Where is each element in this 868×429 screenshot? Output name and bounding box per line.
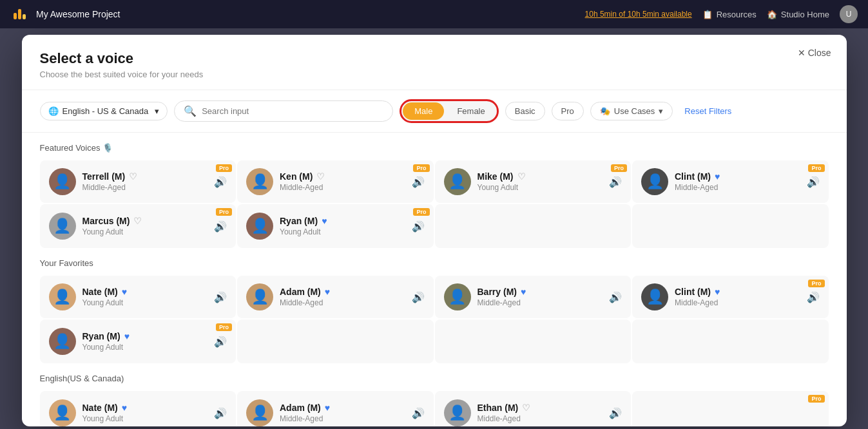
search-box[interactable]: 🔍 — [174, 100, 393, 122]
voice-grid-favorites: 👤Nate (M)♥Young Adult🔊👤Adam (M)♥Middle-A… — [40, 276, 829, 363]
resources-button[interactable]: 📋 Resources — [702, 10, 757, 19]
voice-card[interactable]: 👤Adam (M)♥Middle-Aged🔊 — [237, 276, 434, 318]
play-icon[interactable]: 🔊 — [412, 407, 425, 419]
voice-name: Clint (M)♥ — [675, 171, 800, 182]
voice-name: Ryan (M)♥ — [280, 216, 405, 226]
reset-filters-button[interactable]: Reset Filters — [684, 106, 731, 116]
search-input[interactable] — [202, 106, 383, 116]
modal-header: Select a voice Choose the best suited vo… — [22, 35, 847, 90]
play-icon[interactable]: 🔊 — [412, 291, 425, 303]
favorite-heart-icon[interactable]: ♡ — [517, 171, 526, 182]
favorite-heart-icon[interactable]: ♥ — [122, 403, 127, 413]
favorite-heart-icon[interactable]: ♥ — [325, 403, 330, 413]
voice-age: Young Adult — [82, 298, 208, 307]
voice-card[interactable]: 👤Adam (M)♥Middle-Aged🔊 — [237, 391, 434, 426]
voice-age: Middle-Aged — [675, 298, 800, 307]
voice-name: Adam (M)♥ — [280, 403, 405, 413]
tier-basic-button[interactable]: Basic — [505, 102, 545, 120]
voice-name: Clint (M)♥ — [675, 287, 800, 297]
voice-card[interactable]: 👤Ken (M)♡Middle-Aged🔊Pro — [237, 160, 434, 203]
section-title-featured: Featured Voices 🎙️ — [40, 143, 829, 153]
voice-card[interactable]: 👤Clint (M)♥Middle-Aged🔊Pro — [632, 160, 829, 203]
voice-avatar: 👤 — [444, 399, 471, 426]
pro-badge: Pro — [413, 164, 429, 172]
play-icon[interactable]: 🔊 — [609, 407, 622, 419]
play-icon[interactable]: 🔊 — [214, 220, 227, 233]
use-cases-button[interactable]: 🎭 Use Cases ▾ — [590, 102, 673, 120]
play-icon[interactable]: 🔊 — [807, 176, 820, 188]
favorite-heart-icon[interactable]: ♡ — [522, 403, 530, 413]
favorite-heart-icon[interactable]: ♡ — [129, 171, 137, 182]
voice-card[interactable]: Pro — [632, 391, 829, 426]
close-icon: ✕ — [798, 48, 805, 58]
voice-card[interactable]: 👤Ryan (M)♥Young Adult🔊Pro — [40, 319, 236, 363]
gender-female-button[interactable]: Female — [445, 102, 496, 120]
project-title: My Awesome Project — [36, 9, 577, 19]
favorite-heart-icon[interactable]: ♥ — [715, 171, 720, 182]
voice-card[interactable]: 👤Barry (M)♥Middle-Aged🔊 — [435, 276, 632, 318]
time-available[interactable]: 10h 5min of 10h 5min available — [585, 10, 692, 19]
voice-avatar: 👤 — [49, 328, 76, 355]
modal-title: Select a voice — [40, 50, 829, 67]
voice-card[interactable] — [435, 204, 632, 248]
modal-close-button[interactable]: ✕ Close — [798, 48, 831, 58]
voice-info: Clint (M)♥Middle-Aged — [675, 287, 800, 307]
play-icon[interactable]: 🔊 — [214, 407, 227, 419]
play-icon[interactable]: 🔊 — [609, 291, 622, 303]
voice-avatar: 👤 — [641, 168, 668, 195]
topbar-right: 10h 5min of 10h 5min available 📋 Resourc… — [585, 5, 858, 23]
voice-card[interactable] — [632, 319, 829, 363]
gender-male-button[interactable]: Male — [403, 102, 444, 120]
favorite-heart-icon[interactable]: ♡ — [316, 171, 325, 182]
voice-card[interactable]: 👤Terrell (M)♡Middle-Aged🔊Pro — [40, 160, 236, 203]
language-filter[interactable]: 🌐 English - US & Canada ▾ — [40, 102, 168, 120]
voice-age: Young Adult — [82, 414, 208, 423]
voice-age: Young Adult — [82, 227, 208, 236]
voice-age: Middle-Aged — [280, 414, 405, 423]
play-icon[interactable]: 🔊 — [412, 176, 425, 188]
voice-card[interactable]: 👤Ryan (M)♥Young Adult🔊Pro — [237, 204, 434, 248]
favorite-heart-icon[interactable]: ♥ — [124, 331, 130, 341]
use-cases-chevron-icon: ▾ — [659, 106, 663, 116]
pro-badge: Pro — [216, 164, 232, 172]
voice-avatar: 👤 — [246, 283, 273, 310]
voice-avatar: 👤 — [641, 283, 668, 310]
voice-age: Middle-Aged — [280, 298, 405, 307]
voice-card[interactable]: 👤Nate (M)♥Young Adult🔊 — [40, 276, 236, 318]
play-icon[interactable]: 🔊 — [807, 291, 820, 303]
voice-avatar: 👤 — [49, 213, 76, 240]
studio-home-button[interactable]: 🏠 Studio Home — [767, 10, 829, 19]
voice-card[interactable]: 👤Ethan (M)♡Middle-Aged🔊 — [435, 391, 632, 426]
voice-card[interactable] — [237, 319, 434, 363]
voice-info: Ryan (M)♥Young Adult — [280, 216, 405, 236]
play-icon[interactable]: 🔊 — [214, 176, 227, 188]
voice-card[interactable]: 👤Marcus (M)♡Young Adult🔊Pro — [40, 204, 236, 248]
voice-card[interactable] — [435, 319, 632, 363]
voice-avatar: 👤 — [444, 283, 471, 310]
play-icon[interactable]: 🔊 — [609, 176, 622, 188]
voice-card[interactable]: 👤Clint (M)♥Middle-Aged🔊Pro — [632, 276, 829, 318]
favorite-heart-icon[interactable]: ♥ — [715, 287, 720, 297]
language-chevron-icon: ▾ — [155, 106, 159, 116]
favorite-heart-icon[interactable]: ♥ — [325, 287, 330, 297]
favorite-heart-icon[interactable]: ♥ — [122, 287, 127, 297]
play-icon[interactable]: 🔊 — [214, 291, 227, 303]
voice-card[interactable]: 👤Nate (M)♥Young Adult🔊 — [40, 391, 236, 426]
favorite-heart-icon[interactable]: ♥ — [521, 287, 526, 297]
voice-avatar: 👤 — [444, 168, 471, 195]
voice-grid-featured: 👤Terrell (M)♡Middle-Aged🔊Pro👤Ken (M)♡Mid… — [40, 160, 829, 248]
play-icon[interactable]: 🔊 — [214, 336, 227, 348]
tier-pro-button[interactable]: Pro — [552, 102, 584, 120]
modal-subtitle: Choose the best suited voice for your ne… — [40, 70, 829, 79]
globe-icon: 🌐 — [48, 106, 59, 116]
voice-card[interactable] — [632, 204, 829, 248]
voice-name: Ryan (M)♥ — [82, 331, 208, 341]
play-icon[interactable]: 🔊 — [412, 220, 425, 233]
voice-avatar: 👤 — [49, 283, 76, 310]
favorite-heart-icon[interactable]: ♡ — [133, 216, 142, 226]
filters-bar: 🌐 English - US & Canada ▾ 🔍 Male Female … — [22, 90, 847, 133]
voice-card[interactable]: 👤Mike (M)♡Young Adult🔊Pro — [435, 160, 632, 203]
user-avatar[interactable]: U — [840, 5, 858, 23]
select-voice-modal: Select a voice Choose the best suited vo… — [22, 35, 847, 426]
favorite-heart-icon[interactable]: ♥ — [322, 216, 327, 226]
